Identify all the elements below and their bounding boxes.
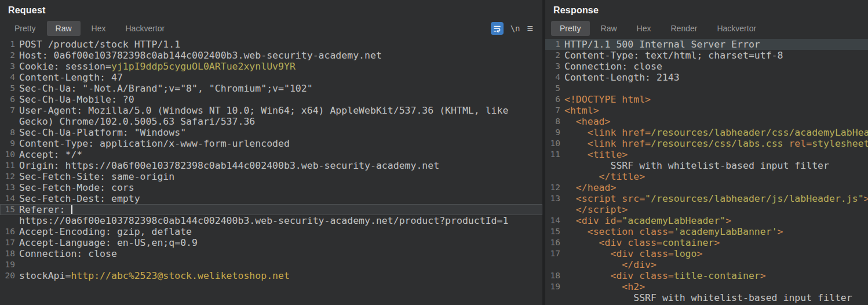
tab-raw[interactable]: Raw <box>592 21 626 36</box>
line-number: 5 <box>545 83 560 94</box>
request-line[interactable]: 10Accept: */* <box>0 149 542 160</box>
request-line[interactable]: 15Referer: <box>0 204 542 215</box>
request-line[interactable]: 3Cookie: session=yj1pI9ddp5cyguOL0ARTue2… <box>0 61 542 72</box>
line-content: <!DOCTYPE html> <box>564 94 868 105</box>
request-line[interactable]: 5Sec-Ch-Ua: "-Not.A/Brand";v="8", "Chrom… <box>0 83 542 94</box>
line-number: 12 <box>0 171 15 182</box>
line-content: https://0a6f00e103782398c0ab144c002400b3… <box>19 215 542 226</box>
response-line: 9 <link href=/resources/labheader/css/ac… <box>545 127 868 138</box>
line-number: 8 <box>545 116 560 127</box>
response-line: 18 <div class=title-container> <box>545 270 868 281</box>
request-line[interactable]: 1POST /product/stock HTTP/1.1 <box>0 39 542 50</box>
line-number <box>545 259 560 270</box>
line-number: 9 <box>0 138 15 149</box>
line-number: 4 <box>0 72 15 83</box>
editor-menu-button[interactable]: ≡ <box>527 23 533 35</box>
text-cursor <box>71 205 72 214</box>
line-content: Connection: close <box>564 61 868 72</box>
tab-hex[interactable]: Hex <box>628 21 660 36</box>
response-tabs: PrettyRawHexRenderHackvertor <box>551 21 765 36</box>
request-editor-toolbar: \n ≡ <box>491 22 537 35</box>
line-content <box>19 259 542 270</box>
response-line: 7<html> <box>545 105 868 116</box>
request-line[interactable]: 18Connection: close <box>0 248 542 259</box>
response-line: 6<!DOCTYPE html> <box>545 94 868 105</box>
request-line[interactable]: 2Host: 0a6f00e103782398c0ab144c002400b3.… <box>0 50 542 61</box>
line-content: Accept-Encoding: gzip, deflate <box>19 226 542 237</box>
request-line[interactable]: Gecko) Chrome/102.0.5005.63 Safari/537.3… <box>0 116 542 127</box>
line-number: 6 <box>0 94 15 105</box>
response-editor[interactable]: 1HTTP/1.1 500 Internal Server Error2Cont… <box>545 37 868 305</box>
request-line[interactable]: 14Sec-Fetch-Dest: empty <box>0 193 542 204</box>
request-panel: Request PrettyRawHexHackvertor \n ≡ <box>0 0 542 305</box>
response-line: 15 <section class='academyLabBanner'> <box>545 226 868 237</box>
tab-raw[interactable]: Raw <box>47 21 81 36</box>
line-content: Sec-Ch-Ua-Platform: "Windows" <box>19 127 542 138</box>
line-content: </title> <box>564 171 868 182</box>
response-line: 8 <head> <box>545 116 868 127</box>
request-line[interactable]: 13Sec-Fetch-Mode: cors <box>0 182 542 193</box>
response-line: SSRF with whitelist-based input filter <box>545 160 868 171</box>
line-content: <div class=logo> <box>564 248 868 259</box>
line-number: 17 <box>545 248 560 259</box>
line-number: 18 <box>545 270 560 281</box>
request-line[interactable]: https://0a6f00e103782398c0ab144c002400b3… <box>0 215 542 226</box>
line-content: Cookie: session=yj1pI9ddp5cyguOL0ARTue2x… <box>19 61 542 72</box>
word-wrap-toggle[interactable] <box>491 22 504 35</box>
response-line: </div> <box>545 259 868 270</box>
line-number: 19 <box>545 281 560 292</box>
response-line: 4Content-Length: 2143 <box>545 72 868 83</box>
response-line: 2Content-Type: text/html; charset=utf-8 <box>545 50 868 61</box>
newline-chars-toggle[interactable]: \n <box>510 24 520 33</box>
line-content: <script src="/resources/labheader/js/lab… <box>564 193 868 204</box>
request-line[interactable]: 9Content-Type: application/x-www-form-ur… <box>0 138 542 149</box>
line-number: 14 <box>545 215 560 226</box>
line-number <box>545 171 560 182</box>
tab-hackvertor[interactable]: Hackvertor <box>708 21 765 36</box>
line-number: 16 <box>0 226 15 237</box>
line-number: 12 <box>545 182 560 193</box>
line-content: SSRF with whitelist-based input filter <box>564 160 868 171</box>
request-line[interactable]: 6Sec-Ch-Ua-Mobile: ?0 <box>0 94 542 105</box>
response-line: 14 <div id="academyLabHeader"> <box>545 215 868 226</box>
line-content: Content-Type: application/x-www-form-url… <box>19 138 542 149</box>
request-editor[interactable]: 1POST /product/stock HTTP/1.12Host: 0a6f… <box>0 37 542 305</box>
request-line[interactable]: 17Accept-Language: en-US,en;q=0.9 <box>0 237 542 248</box>
tab-hex[interactable]: Hex <box>83 21 115 36</box>
line-content: Sec-Ch-Ua: "-Not.A/Brand";v="8", "Chromi… <box>19 83 542 94</box>
tab-render[interactable]: Render <box>662 21 706 36</box>
line-content: <div class=container> <box>564 237 868 248</box>
line-content: Content-Length: 2143 <box>564 72 868 83</box>
word-wrap-icon <box>493 24 501 32</box>
line-number: 1 <box>0 39 15 50</box>
line-number <box>545 292 560 303</box>
line-content: <title> <box>564 149 868 160</box>
request-line[interactable]: 19 <box>0 259 542 270</box>
line-content <box>564 83 868 94</box>
line-content: Origin: https://0a6f00e103782398c0ab144c… <box>19 160 542 171</box>
tab-pretty[interactable]: Pretty <box>551 21 590 36</box>
request-line[interactable]: 20stockApi=http://abc%2523@stock.weliket… <box>0 270 542 281</box>
request-line[interactable]: 11Origin: https://0a6f00e103782398c0ab14… <box>0 160 542 171</box>
line-number: 20 <box>0 270 15 281</box>
response-tabbar: PrettyRawHexRenderHackvertor <box>545 20 868 37</box>
response-line: 10 <link href=/resources/css/labs.css re… <box>545 138 868 149</box>
line-content: <link href=/resources/labheader/css/acad… <box>564 127 868 138</box>
line-number: 3 <box>0 61 15 72</box>
tab-hackvertor[interactable]: Hackvertor <box>117 21 174 36</box>
line-content: SSRF with whitelist-based input filter <box>564 292 868 303</box>
request-line[interactable]: 8Sec-Ch-Ua-Platform: "Windows" <box>0 127 542 138</box>
tab-pretty[interactable]: Pretty <box>6 21 45 36</box>
request-line[interactable]: 4Content-Length: 47 <box>0 72 542 83</box>
request-line[interactable]: 12Sec-Fetch-Site: same-origin <box>0 171 542 182</box>
line-number: 18 <box>0 248 15 259</box>
line-content: Content-Length: 47 <box>19 72 542 83</box>
line-content: Sec-Fetch-Site: same-origin <box>19 171 542 182</box>
line-content: </head> <box>564 182 868 193</box>
line-number: 3 <box>545 61 560 72</box>
request-line[interactable]: 7User-Agent: Mozilla/5.0 (Windows NT 10.… <box>0 105 542 116</box>
line-content: Referer: <box>19 204 542 215</box>
response-line: 13 <script src="/resources/labheader/js/… <box>545 193 868 204</box>
line-content: <div class=title-container> <box>564 270 868 281</box>
request-line[interactable]: 16Accept-Encoding: gzip, deflate <box>0 226 542 237</box>
